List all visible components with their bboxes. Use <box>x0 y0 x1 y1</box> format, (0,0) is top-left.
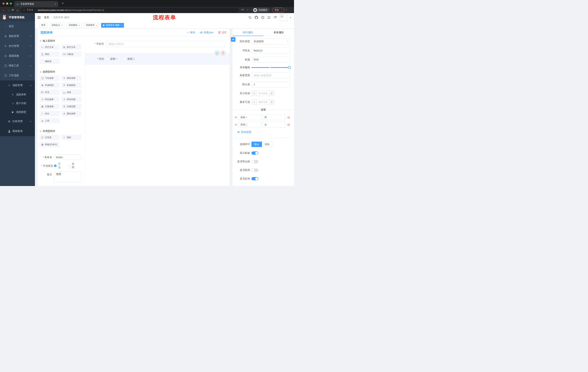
tag-tab-流程表单[interactable]: 流程表单× <box>84 23 99 28</box>
sidebar-item-系统管理[interactable]: ⚙系统管理∨ <box>0 31 35 41</box>
canvas-field-gender-selected[interactable]: 性别 选项一选项二 <box>85 53 230 65</box>
forward-icon[interactable]: → <box>6 9 10 12</box>
close-icon[interactable]: × <box>96 24 97 26</box>
form-name-input[interactable] <box>54 155 82 160</box>
close-icon[interactable]: × <box>121 24 122 26</box>
breadcrumb-home[interactable]: 首页 <box>44 16 49 19</box>
key-icon[interactable] <box>241 8 245 12</box>
status-radio-开启[interactable]: 开启 <box>54 162 63 169</box>
library-item-密码[interactable]: 密码 <box>39 52 60 57</box>
toggle-显示标签[interactable] <box>252 151 258 155</box>
library-item-表格[开发中][interactable]: ▩表格[开发中] <box>39 142 60 147</box>
library-item-评分[interactable]: ☆评分 <box>39 111 60 116</box>
not-secure-label[interactable]: 不安全 <box>27 9 33 12</box>
avatar[interactable] <box>280 14 287 21</box>
library-item-多选框组[interactable]: ☑多选框组 <box>61 83 82 88</box>
default-value-input[interactable] <box>252 82 290 87</box>
library-item-开关[interactable]: 开关 <box>39 90 60 95</box>
search-icon[interactable] <box>249 16 252 19</box>
address-bar[interactable]: ⚠ 不安全 | dashboard.yudao.iocoder.cn/bpm/m… <box>21 8 239 12</box>
drag-handle[interactable] <box>235 116 237 118</box>
sidebar-item-工作流程[interactable]: 工作流程∧ <box>0 71 35 80</box>
minimize-window-button[interactable] <box>6 2 8 5</box>
help-icon[interactable]: ? <box>261 16 264 19</box>
style-button-button[interactable]: 按钮 <box>262 142 272 147</box>
github-icon[interactable] <box>255 16 258 19</box>
toggle-是否必填[interactable] <box>252 177 258 180</box>
home-icon[interactable]: ⌂ <box>15 9 20 12</box>
library-item-时间范围[interactable]: ↺时间范围 <box>61 97 82 102</box>
library-item-级联选择[interactable]: ⋔级联选择 <box>61 75 82 81</box>
delete-component-button[interactable] <box>221 51 225 55</box>
font-size-icon[interactable]: TT <box>274 16 277 19</box>
link-tag-button[interactable] <box>231 37 235 42</box>
fullscreen-icon[interactable] <box>267 16 271 19</box>
library-item-上传[interactable]: ☁上传 <box>39 118 60 123</box>
avatar-caret-icon[interactable]: ▾ <box>290 17 291 19</box>
sidebar-item-任务管理[interactable]: ⌘任务管理∨ <box>0 117 35 126</box>
checkbox-icon[interactable] <box>106 58 109 60</box>
sidebar-item-首页[interactable]: ◔首页 <box>0 21 35 31</box>
tab-component-props[interactable]: 组件属性 <box>232 29 263 36</box>
library-item-行容器[interactable]: ◫行容器 <box>39 135 60 140</box>
close-window-button[interactable] <box>2 2 5 5</box>
copy-component-button[interactable] <box>215 51 220 55</box>
title-input[interactable] <box>252 57 290 63</box>
tag-tab-流程定义[interactable]: 流程定义× <box>50 23 64 28</box>
library-item-颜色选择[interactable]: ⊛颜色选择 <box>61 111 82 116</box>
min-select-placeholder[interactable]: 至少应选 <box>257 91 269 96</box>
sidebar-item-流程模型[interactable]: 流程模型 <box>0 108 35 117</box>
hamburger-icon[interactable] <box>37 16 41 19</box>
remove-option-button[interactable]: ⊖ <box>287 123 290 126</box>
tag-tab-流程表单-编辑[interactable]: 流程表单-编辑× <box>101 23 124 28</box>
tag-tab-首页[interactable]: 首页 <box>39 23 47 28</box>
sidebar-item-流程管理[interactable]: ≡流程管理∧ <box>0 80 35 90</box>
tag-tab-流程模型[interactable]: 流程模型× <box>67 23 82 28</box>
label-width-input[interactable] <box>252 73 290 78</box>
reload-icon[interactable]: ⟳ <box>10 8 15 12</box>
new-tab-button[interactable]: + <box>61 1 65 5</box>
sidebar-item-请假查询[interactable]: 请假查询 <box>0 126 35 136</box>
sidebar-logo[interactable]: 芋道管理系统 <box>0 13 35 21</box>
toggle-是否禁用[interactable] <box>252 169 258 172</box>
browser-menu-dots-icon[interactable]: ⋮ <box>280 9 283 11</box>
minus-button[interactable]: − <box>252 100 257 105</box>
sidebar-item-基础设施[interactable]: ⊡基础设施∨ <box>0 51 35 61</box>
form-grid-slider[interactable] <box>252 67 289 68</box>
option-label-input[interactable] <box>238 115 261 120</box>
library-item-编辑器[interactable]: 编辑器 <box>39 59 60 64</box>
add-option-button[interactable]: ⊕ 添加选项 <box>237 130 294 134</box>
plus-button[interactable]: + <box>269 91 274 96</box>
library-item-日期范围[interactable]: ⊞日期范围 <box>61 104 82 109</box>
form-remark-textarea[interactable]: 嘿嘿 <box>54 172 82 182</box>
sidebar-item-研发工具[interactable]: 研发工具∨ <box>0 61 35 71</box>
view-json-button[interactable]: 查看json <box>200 31 213 34</box>
bookmark-star-icon[interactable]: ☆ <box>245 9 250 11</box>
sidebar-item-支付管理[interactable]: ¥支付管理∨ <box>0 41 35 51</box>
library-item-单行文本[interactable]: ▭单行文本 <box>39 44 60 50</box>
back-icon[interactable]: ← <box>1 9 6 12</box>
library-item-多行文本[interactable]: ▤多行文本 <box>61 44 82 50</box>
max-select-placeholder[interactable]: 最多可选 <box>257 100 269 105</box>
library-item-滑块[interactable]: 滑块 <box>61 90 82 95</box>
library-item-按钮[interactable]: ⌖按钮 <box>61 135 82 140</box>
save-button[interactable]: ✓ 保存 <box>187 31 195 34</box>
type-select-value[interactable] <box>252 39 290 44</box>
checkbox-icon[interactable] <box>123 58 126 60</box>
plus-button[interactable]: + <box>269 100 274 105</box>
url-text[interactable]: dashboard.yudao.iocoder.cn/bpm/manager/f… <box>38 9 105 11</box>
slider-handle[interactable] <box>288 66 291 69</box>
sidebar-item-流程表单[interactable]: ✎流程表单 <box>0 90 35 99</box>
library-item-日期选择[interactable]: ▦日期选择 <box>39 104 60 109</box>
browser-tab[interactable]: 芋道管理系统 × <box>14 1 58 7</box>
option-label-input[interactable] <box>238 122 261 128</box>
option-value-input[interactable] <box>262 122 285 128</box>
gender-option-选项一[interactable]: 选项一 <box>106 57 118 61</box>
field-name-input[interactable] <box>252 48 290 53</box>
library-item-计数器[interactable]: 123计数器 <box>61 52 82 57</box>
library-item-单选框组[interactable]: ◉单选框组 <box>39 83 60 88</box>
toggle-是否带边框[interactable] <box>252 160 258 163</box>
sidebar-item-用户分组[interactable]: ☺用户分组 <box>0 99 35 108</box>
phone-field-input[interactable] <box>106 41 225 47</box>
option-value-input[interactable] <box>262 115 285 120</box>
